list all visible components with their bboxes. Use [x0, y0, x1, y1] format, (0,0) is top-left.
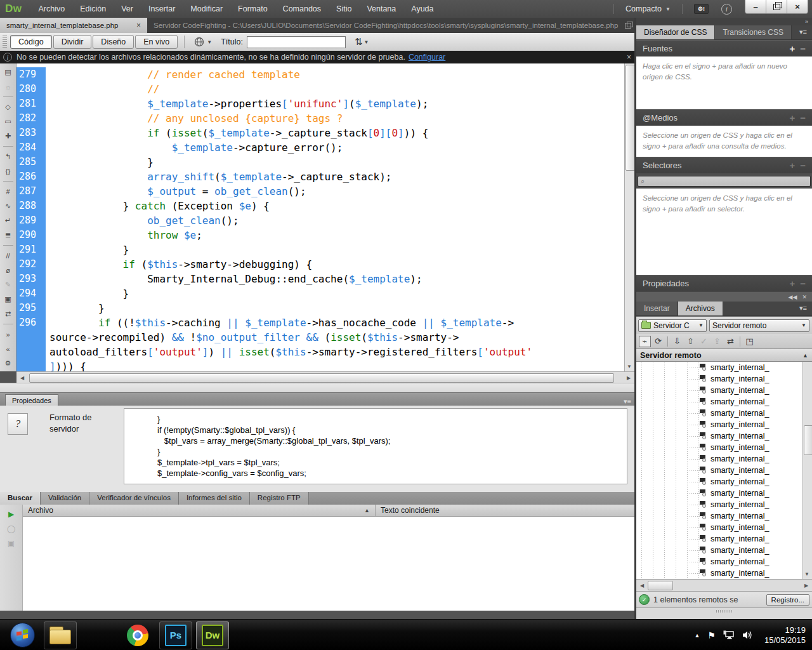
properties-tab[interactable]: Propiedades	[5, 394, 58, 406]
close-button[interactable]: ×	[787, 0, 808, 13]
remote-file-row[interactable]: smarty_internal_	[636, 396, 812, 408]
scrollbar-thumb[interactable]	[625, 65, 635, 171]
taskbar-chrome[interactable]	[120, 621, 155, 649]
recent-snippets-icon[interactable]: ▣	[2, 293, 15, 305]
add-selector-icon[interactable]: +	[789, 160, 795, 171]
preview-browser-globe-icon[interactable]	[194, 37, 204, 47]
network-icon[interactable]	[723, 630, 735, 640]
workspace-switcher[interactable]: Compacto ▼	[619, 4, 677, 13]
volume-icon[interactable]	[742, 630, 753, 640]
scrollbar-thumb[interactable]	[29, 373, 614, 383]
outdent-icon[interactable]: «	[2, 343, 15, 355]
move-css-icon[interactable]: ⇄	[2, 308, 15, 320]
results-tab-informes-del-sitio[interactable]: Informes del sitio	[179, 492, 250, 505]
menu-item-archivo[interactable]: Archivo	[31, 4, 73, 13]
remote-file-row[interactable]: smarty_internal_	[636, 488, 812, 499]
close-group-icon[interactable]: ✕	[802, 294, 807, 300]
restore-button[interactable]	[766, 0, 787, 13]
remove-property-icon[interactable]: −	[800, 278, 806, 289]
get-files-icon[interactable]: ⇩	[671, 336, 683, 347]
collapse-group-icon[interactable]: ◀◀	[789, 294, 797, 300]
tab-insertar[interactable]: Insertar	[636, 302, 678, 315]
highlight-invalid-code-icon[interactable]: ∿	[2, 200, 15, 212]
remote-file-row[interactable]: smarty_internal_	[636, 373, 812, 385]
results-tab-buscar[interactable]: Buscar	[0, 492, 41, 505]
menu-item-ayuda[interactable]: Ayuda	[403, 4, 441, 13]
menu-item-formato[interactable]: Formato	[230, 4, 275, 13]
run-search-icon[interactable]: ▶	[6, 508, 17, 520]
menu-item-ver[interactable]: Ver	[114, 4, 141, 13]
remote-file-row[interactable]: smarty_internal_	[636, 499, 812, 510]
results-tab-registro-ftp[interactable]: Registro FTP	[250, 492, 309, 505]
taskbar-media-player[interactable]	[81, 621, 116, 649]
expand-panel-icon[interactable]: ◳	[743, 336, 756, 347]
collapse-panels-icon[interactable]: »	[805, 18, 808, 25]
document-restore-icon[interactable]	[625, 23, 631, 29]
close-tab-icon[interactable]: ×	[136, 21, 141, 30]
tab-transiciones-css[interactable]: Transiciones CSS	[715, 25, 792, 39]
scrollbar-thumb[interactable]	[648, 581, 673, 590]
tree-vertical-scrollbar[interactable]: ▼	[802, 362, 812, 579]
panel-menu-icon[interactable]: ▾≡	[794, 25, 812, 39]
expand-all-icon[interactable]: ✚	[2, 130, 15, 142]
remote-file-row[interactable]: smarty_internal_	[636, 419, 812, 430]
remote-file-row[interactable]: smarty_internal_	[636, 522, 812, 533]
scrollbar-thumb[interactable]	[804, 425, 812, 455]
document-tab[interactable]: smarty_internal_templatebase.php ×	[0, 18, 147, 33]
tree-horizontal-scrollbar[interactable]: ◀ ▶	[636, 579, 812, 591]
file-management-icon[interactable]: ⇅	[355, 36, 363, 48]
taskbar-dreamweaver[interactable]: Dw	[196, 621, 229, 649]
code-horizontal-scrollbar[interactable]: ◀ ▶	[16, 371, 634, 383]
action-center-flag-icon[interactable]: ⚑	[707, 630, 716, 640]
panel-menu-icon[interactable]: ▾≡	[794, 302, 812, 315]
line-numbers-icon[interactable]: #	[2, 185, 15, 197]
tab-disenador-de-css[interactable]: Diseñador de CSS	[636, 25, 715, 39]
title-input[interactable]	[247, 36, 346, 48]
scroll-down-icon[interactable]: ▼	[625, 362, 634, 371]
remove-comment-icon[interactable]: ø	[2, 264, 15, 276]
menu-item-ventana[interactable]: Ventana	[359, 4, 403, 13]
taskbar-clock[interactable]: 19:19 15/05/2015	[761, 625, 806, 646]
remove-media-icon[interactable]: −	[800, 112, 806, 123]
connect-icon[interactable]: ⌁	[639, 336, 651, 347]
remote-file-row[interactable]: smarty_internal_	[636, 465, 812, 476]
remove-source-icon[interactable]: −	[800, 43, 806, 54]
remote-file-row[interactable]: smarty_internal_	[636, 430, 812, 442]
selector-search-input[interactable]: ⌕	[638, 176, 811, 187]
menu-item-comandos[interactable]: Comandos	[275, 4, 329, 13]
menu-item-modificar[interactable]: Modificar	[183, 4, 230, 13]
open-documents-icon[interactable]: ▤	[2, 66, 15, 78]
minimize-button[interactable]: –	[745, 0, 766, 13]
menu-item-sitio[interactable]: Sitio	[329, 4, 359, 13]
sync-status-icon[interactable]: ⚙!	[694, 4, 709, 14]
add-media-icon[interactable]: +	[789, 112, 795, 123]
add-property-icon[interactable]: +	[789, 278, 795, 289]
help-info-icon[interactable]: i	[721, 4, 732, 15]
remote-file-row[interactable]: smarty_internal_	[636, 442, 812, 453]
view-select[interactable]: Servidor remoto ▼	[709, 319, 809, 332]
remove-selector-icon[interactable]: −	[800, 160, 806, 171]
help-button[interactable]: ?	[8, 413, 28, 435]
apply-comment-icon[interactable]: //	[2, 249, 15, 262]
collapse-selection-icon[interactable]: ▭	[2, 116, 15, 128]
close-info-icon[interactable]: ×	[627, 53, 631, 62]
taskbar-start[interactable]	[4, 621, 40, 649]
results-tab-verificador-de-vinculos[interactable]: Verificador de vínculos	[89, 492, 179, 505]
tray-expand-icon[interactable]: ▲	[694, 632, 700, 639]
view-mode-diseno[interactable]: Diseño	[93, 35, 134, 49]
remote-file-row[interactable]: smarty_internal_	[636, 545, 812, 556]
remote-file-row[interactable]: smarty_internal_	[636, 556, 812, 567]
remote-file-row[interactable]: smarty_internal_	[636, 567, 812, 579]
balance-braces-icon[interactable]: {}	[2, 165, 15, 177]
code-vertical-scrollbar[interactable]: ▼	[624, 63, 634, 371]
log-button[interactable]: Registro...	[766, 594, 809, 606]
synchronize-icon[interactable]: ⇄	[724, 336, 737, 347]
remote-file-tree[interactable]: smarty_internal_smarty_internal_smarty_i…	[636, 362, 812, 579]
remote-file-row[interactable]: smarty_internal_	[636, 362, 812, 373]
view-mode-en-vivo[interactable]: En vivo	[135, 35, 178, 49]
taskbar-photoshop[interactable]: Ps	[159, 621, 192, 649]
syntax-error-alerts-icon[interactable]: ≣	[2, 229, 15, 241]
remote-file-row[interactable]: smarty_internal_	[636, 510, 812, 522]
menu-item-insertar[interactable]: Insertar	[141, 4, 183, 13]
format-source-code-icon[interactable]: ⚙	[2, 357, 15, 369]
